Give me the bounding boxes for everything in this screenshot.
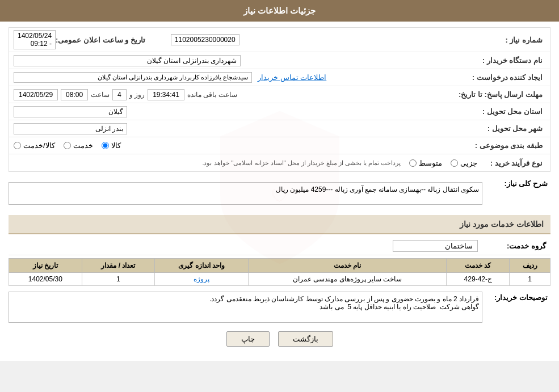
row-nooe-farayand: نوع فرآیند خرید : پرداخت تمام یا بخشی از… <box>9 154 550 171</box>
nooe-farayand-value-box: پرداخت تمام یا بخشی از مبلغ خریدار از مح… <box>14 159 477 167</box>
services-table: ردیف کد خدمت نام خدمت واحد اندازه گیری ت… <box>9 258 550 286</box>
main-content: 🛡 شماره نیاز : 1102005230000020 تاریخ و … <box>0 22 559 361</box>
radio-jozii[interactable]: جزیی <box>451 159 477 167</box>
nooe-farayand-label: نوع فرآیند خرید : <box>477 159 545 167</box>
tabaqe-label: طبقه بندی موضوعی : <box>475 141 545 150</box>
shomara-value-box: 1102005230000020 <box>171 34 477 45</box>
toseeh-label: توصیحات خریدار: <box>482 292 550 302</box>
ijad-value: سیدشجاع یافرزاده کاربردار شهرداری بندران… <box>14 72 252 83</box>
sharh-koli-container: شرح کلی نیاز: سکوی انتقال زباله --بهسازی… <box>9 178 550 209</box>
date-row: ساعت باقی مانده 19:34:41 روز و 4 ساعت 08… <box>14 89 240 100</box>
rooz-label: روز و <box>129 91 145 99</box>
radio-jozii-label: جزیی <box>460 159 477 167</box>
col-tedad: تعداد / مقدار <box>82 259 155 273</box>
shomara-value: 1102005230000020 <box>171 34 239 45</box>
row-ostan: استان محل تحویل : گیلان <box>9 103 550 120</box>
radio-motavasset-label: متوسط <box>419 159 442 167</box>
ostan-label: استان محل تحویل : <box>477 107 545 116</box>
cell-nam: ساخت سایر پروژه‌های مهندسی عمران <box>248 273 446 286</box>
saat-label: ساعت <box>91 91 110 99</box>
remaining-label: ساعت باقی مانده <box>187 91 237 99</box>
service-group-row: گروه خدمت: ساختمان <box>9 237 550 255</box>
row-mohlat: مهلت ارسال پاسخ: تا تاریخ: ساعت باقی مان… <box>9 86 550 103</box>
ijad-label: ایجاد کننده درخواست : <box>472 73 545 82</box>
page-title: جزئیات اطلاعات نیاز <box>243 6 316 15</box>
toseeh-value: قرارداد 2 ماه و بصورت حضوری و پس از بررس… <box>9 292 482 323</box>
radio-kala-khedmat-label: کالا/خدمت <box>23 141 55 150</box>
shahr-label: شهر محل تحویل : <box>477 124 545 133</box>
table-row: 1 ج-42-429 ساخت سایر پروژه‌های مهندسی عم… <box>9 273 550 286</box>
radio-motavasset[interactable]: متوسط <box>409 159 442 167</box>
col-tarikh: تاریخ نیاز <box>9 259 82 273</box>
process-row: پرداخت تمام یا بخشی از مبلغ خریدار از مح… <box>14 159 477 167</box>
sharh-koli-value-box: سکوی انتقال زباله --بهسازی سامانه جمع آو… <box>9 178 482 209</box>
rooz-value: 4 <box>112 89 127 100</box>
service-info-header: اطلاعات خدمات مورد نیاز <box>9 215 550 234</box>
page-container: جزئیات اطلاعات نیاز 🛡 شماره نیاز : 11020… <box>0 0 559 361</box>
radio-kala-khedmat[interactable]: کالا/خدمت <box>14 141 55 150</box>
info-section: شماره نیاز : 1102005230000020 تاریخ و سا… <box>9 27 550 172</box>
radio-kala-khedmat-input[interactable] <box>14 142 21 149</box>
radio-kala-label: کالا <box>111 141 121 150</box>
sharh-koli-label: شرح کلی نیاز: <box>482 178 550 188</box>
cell-tarikh: 1402/05/30 <box>9 273 82 286</box>
bottom-buttons: بازگشت چاپ <box>9 331 550 347</box>
toseeh-container: توصیحات خریدار: قرارداد 2 ماه و بصورت حض… <box>9 292 550 323</box>
row-shomara: شماره نیاز : 1102005230000020 تاریخ و سا… <box>9 28 550 52</box>
cell-vahed: پروژه <box>155 273 249 286</box>
shahr-value: بندر انزلی <box>14 123 127 134</box>
radio-jozii-input[interactable] <box>451 159 458 167</box>
grooh-khedmat-value: ساختمان <box>393 240 478 252</box>
col-vahed: واحد اندازه گیری <box>155 259 249 273</box>
shomara-label: شماره نیاز : <box>477 36 545 44</box>
toseeh-value-box: قرارداد 2 ماه و بصورت حضوری و پس از بررس… <box>9 292 482 323</box>
radio-khedmat-input[interactable] <box>64 142 71 149</box>
print-button[interactable]: چاپ <box>226 331 270 347</box>
page-header: جزئیات اطلاعات نیاز <box>0 0 559 22</box>
radio-kala-input[interactable] <box>102 142 109 149</box>
sharh-koli-value: سکوی انتقال زباله --بهسازی سامانه جمع آو… <box>9 182 482 205</box>
public-announce-label: تاریخ و ساعت اعلان عمومی: <box>56 36 148 44</box>
col-nam: نام خدمت <box>248 259 446 273</box>
ostan-value-box: گیلان <box>14 106 477 117</box>
radio-motavasset-input[interactable] <box>409 159 417 167</box>
date-value: 1402/05/29 <box>14 89 58 100</box>
row-dastgah: نام دستگاه خریدار : شهرداری بندرانزلی اس… <box>9 52 550 69</box>
table-header-row: ردیف کد خدمت نام خدمت واحد اندازه گیری ت… <box>9 259 550 273</box>
ijad-value-box: اطلاعات تماس خریدار سیدشجاع یافرزاده کار… <box>14 72 472 83</box>
ostan-value: گیلان <box>14 106 127 117</box>
public-announce-value: 1402/05/24 - 09:12 <box>14 30 56 49</box>
col-kod: کد خدمت <box>447 259 510 273</box>
dastgah-label: نام دستگاه خریدار : <box>477 56 545 65</box>
tabaqe-value-box: کالا/خدمت خدمت کالا <box>14 141 475 150</box>
grooh-khedmat-label: گروه خدمت: <box>478 242 546 250</box>
mohlat-value-box: ساعت باقی مانده 19:34:41 روز و 4 ساعت 08… <box>14 89 459 100</box>
nooe-farayand-note: پرداخت تمام یا بخشی از مبلغ خریدار از مح… <box>14 159 401 167</box>
public-announce-value-box: 1402/05/24 - 09:12 <box>14 30 56 49</box>
mohlat-label: مهلت ارسال پاسخ: تا تاریخ: <box>459 90 545 99</box>
row-ijad: ایجاد کننده درخواست : اطلاعات تماس خریدا… <box>9 69 550 86</box>
saat-mande-value: 19:34:41 <box>148 89 184 100</box>
col-radif: ردیف <box>510 259 550 273</box>
radio-kala[interactable]: کالا <box>102 141 121 150</box>
row-tabaqe: طبقه بندی موضوعی : کالا/خدمت خدمت کالا <box>9 137 550 154</box>
dastgah-value: شهرداری بندرانزلی استان گیلان <box>14 55 241 66</box>
shahr-value-box: بندر انزلی <box>14 123 477 134</box>
cell-tedad: 1 <box>82 273 155 286</box>
radio-group-tabaqe: کالا/خدمت خدمت کالا <box>14 141 121 150</box>
cell-kod: ج-42-429 <box>447 273 510 286</box>
row-shahr: شهر محل تحویل : بندر انزلی <box>9 120 550 137</box>
cell-radif: 1 <box>510 273 550 286</box>
ettelaat-tamas-link[interactable]: اطلاعات تماس خریدار <box>258 73 326 82</box>
back-button[interactable]: بازگشت <box>278 331 333 347</box>
radio-khedmat[interactable]: خدمت <box>64 141 93 150</box>
radio-khedmat-label: خدمت <box>73 141 93 150</box>
saat-value: 08:00 <box>61 89 88 100</box>
dastgah-value-box: شهرداری بندرانزلی استان گیلان <box>14 55 477 66</box>
